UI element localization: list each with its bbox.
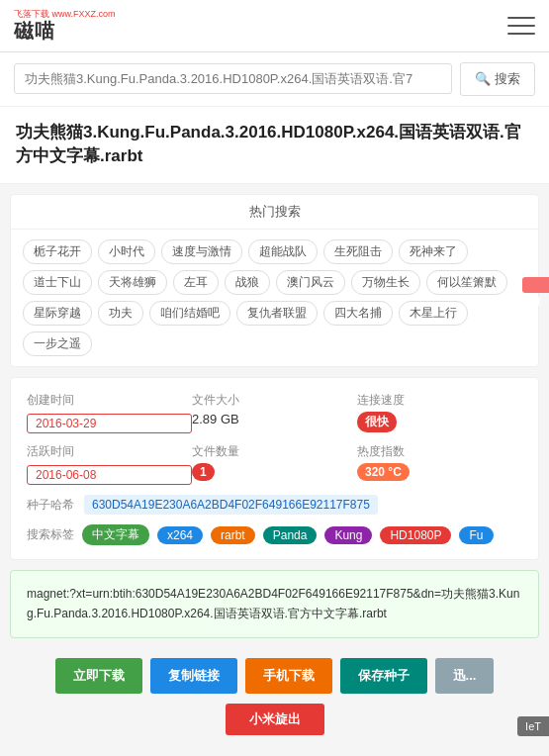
search-tag-chip[interactable]: HD1080P [380, 526, 451, 544]
search-bar: 🔍 搜索 [0, 52, 549, 107]
file-count-label: 文件数量 [192, 443, 357, 460]
header: 飞落下载 www.FXXZ.com 磁喵 [0, 0, 549, 52]
watermark: IeT [517, 716, 549, 736]
search-tag-chip[interactable]: rarbt [211, 526, 255, 544]
magnet-text: magnet:?xt=urn:btih:630D54A19E230A6A2BD4… [27, 587, 519, 619]
logo-main: 磁喵 [14, 20, 116, 42]
hamburger-line-1 [507, 17, 535, 19]
magnet-section: magnet:?xt=urn:btih:630D54A19E230A6A2BD4… [10, 570, 539, 637]
hot-tag[interactable]: 四大名捕 [323, 301, 393, 326]
active-date: 2016-06-08 [27, 465, 192, 485]
hash-value: 630D54A19E230A6A2BD4F02F649166E92117F875 [84, 495, 378, 515]
buttons-section: 立即下载 复制链接 手机下载 保存种子 迅... [0, 648, 549, 704]
download-now-button[interactable]: 立即下载 [55, 658, 142, 694]
search-tag-chip[interactable]: 中文字幕 [82, 524, 149, 545]
hot-tag[interactable]: 复仇者联盟 [236, 301, 318, 326]
hot-tag[interactable]: 功夫 [98, 301, 143, 326]
file-size-value: 2.89 GB [192, 412, 239, 426]
share-button[interactable]: 分享 [522, 277, 549, 293]
search-tag-chip[interactable]: x264 [157, 526, 203, 544]
created-date: 2016-03-29 [27, 414, 192, 433]
created-item: 创建时间 2016-03-29 [27, 392, 192, 433]
page-title-section: 功夫熊猫3.Kung.Fu.Panda.3.2016.HD1080P.x264.… [0, 107, 549, 185]
hot-tag[interactable]: 天将雄狮 [98, 270, 167, 295]
hamburger-menu[interactable] [507, 15, 535, 37]
hamburger-line-3 [507, 33, 535, 35]
speed-badge: 很快 [357, 412, 397, 432]
hot-tag[interactable]: 道士下山 [23, 270, 92, 295]
tags-row: 搜索标签 中文字幕x264rarbtPandaKungHD1080PFu [27, 524, 522, 545]
search-tag-chip[interactable]: Fu [459, 526, 493, 544]
tags-label: 搜索标签 [27, 526, 74, 543]
heat-badge: 320 °C [357, 463, 410, 481]
hot-tag[interactable]: 万物生长 [351, 270, 420, 295]
file-count-wrap: 1 [192, 463, 357, 481]
hot-tag[interactable]: 死神来了 [399, 239, 468, 264]
hot-search-header: 热门搜索 [11, 195, 538, 230]
file-size-item: 文件大小 2.89 GB [192, 392, 357, 426]
copy-link-button[interactable]: 复制链接 [150, 658, 237, 694]
hot-tag[interactable]: 澳门风云 [276, 270, 345, 295]
speed-wrap: 很快 [357, 412, 522, 432]
info-row-2: 活跃时间 2016-06-08 文件数量 1 热度指数 320 °C [27, 443, 522, 485]
heat-item: 热度指数 320 °C [357, 443, 522, 481]
file-info-section: 创建时间 2016-03-29 文件大小 2.89 GB 连接速度 很快 活跃时… [10, 377, 539, 560]
logo-tagline: 飞落下载 www.FXXZ.com [14, 10, 116, 20]
mobile-download-button[interactable]: 手机下载 [245, 658, 332, 694]
hash-label: 种子哈希 [27, 497, 74, 514]
file-size-wrap: 2.89 GB [192, 412, 357, 426]
search-button-label: 搜索 [495, 70, 520, 88]
small-btn-wrap: 小米旋出 [0, 704, 549, 735]
hot-tag[interactable]: 小时代 [98, 239, 155, 264]
hot-tag[interactable]: 星际穿越 [23, 301, 92, 326]
hot-tag[interactable]: 速度与激情 [161, 239, 242, 264]
page-title: 功夫熊猫3.Kung.Fu.Panda.3.2016.HD1080P.x264.… [16, 121, 533, 168]
hot-tag[interactable]: 栀子花开 [23, 239, 92, 264]
file-count-item: 文件数量 1 [192, 443, 357, 481]
hot-tag[interactable]: 超能战队 [248, 239, 318, 264]
hot-tag[interactable]: 一步之遥 [23, 331, 92, 356]
heat-wrap: 320 °C [357, 463, 522, 481]
active-item: 活跃时间 2016-06-08 [27, 443, 192, 485]
hot-tag[interactable]: 战狼 [225, 270, 270, 295]
hot-search-tags: 栀子花开小时代速度与激情超能战队生死阻击死神来了道士下山天将雄狮左耳战狼澳门风云… [11, 230, 538, 366]
hamburger-line-2 [507, 25, 535, 27]
file-count-badge: 1 [192, 463, 215, 481]
speed-label: 连接速度 [357, 392, 522, 409]
search-icon: 🔍 [475, 71, 491, 86]
logo: 飞落下载 www.FXXZ.com 磁喵 [14, 10, 116, 42]
created-label: 创建时间 [27, 392, 192, 409]
hot-tag[interactable]: 生死阻击 [323, 239, 393, 264]
active-label: 活跃时间 [27, 443, 192, 460]
search-tag-chip[interactable]: Kung [324, 526, 372, 544]
hash-row: 种子哈希 630D54A19E230A6A2BD4F02F649166E9211… [27, 495, 522, 515]
search-tag-chip[interactable]: Panda [263, 526, 318, 544]
file-size-label: 文件大小 [192, 392, 357, 409]
hot-tag[interactable]: 左耳 [173, 270, 219, 295]
save-seed-button[interactable]: 保存种子 [340, 658, 427, 694]
info-row-1: 创建时间 2016-03-29 文件大小 2.89 GB 连接速度 很快 [27, 392, 522, 433]
hot-tag[interactable]: 咱们结婚吧 [149, 301, 230, 326]
hot-tag[interactable]: 何以笙箫默 [426, 270, 507, 295]
hot-tag[interactable]: 木星上行 [399, 301, 468, 326]
quick-button[interactable]: 迅... [435, 658, 495, 694]
speed-item: 连接速度 很快 [357, 392, 522, 432]
search-input[interactable] [14, 63, 452, 94]
hot-search-section: 热门搜索 栀子花开小时代速度与激情超能战队生死阻击死神来了道士下山天将雄狮左耳战… [10, 194, 539, 367]
watermark-text: IeT [525, 720, 541, 732]
search-button[interactable]: 🔍 搜索 [460, 62, 535, 96]
heat-label: 热度指数 [357, 443, 522, 460]
small-btn[interactable]: 小米旋出 [226, 704, 324, 735]
